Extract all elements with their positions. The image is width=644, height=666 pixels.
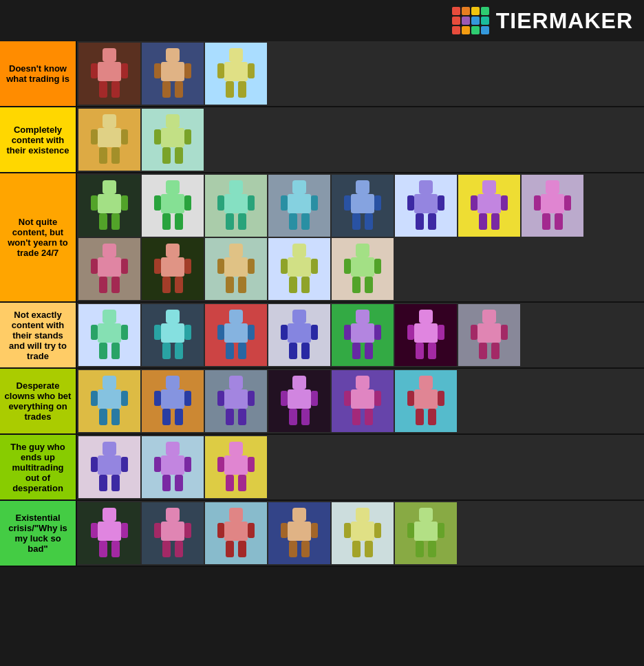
svg-rect-35	[111, 213, 120, 230]
svg-rect-34	[99, 213, 107, 230]
logo-dot	[452, 26, 460, 34]
tier-label-3: Not exactly content with their stands an…	[0, 303, 77, 367]
svg-rect-92	[217, 259, 224, 274]
svg-rect-22	[99, 147, 107, 164]
svg-rect-208	[99, 541, 107, 557]
tier-image-4-3	[268, 370, 330, 432]
svg-rect-154	[99, 409, 107, 425]
svg-rect-49	[288, 194, 311, 213]
svg-rect-137	[365, 343, 373, 359]
svg-rect-95	[238, 277, 246, 293]
svg-rect-70	[479, 213, 487, 230]
logo-dot	[462, 7, 470, 15]
tier-content-2	[77, 173, 644, 301]
svg-rect-170	[281, 391, 288, 406]
tier-content-6	[77, 501, 644, 566]
logo-dot	[471, 17, 480, 25]
tier-content-0	[77, 41, 644, 106]
svg-rect-228	[356, 508, 369, 522]
svg-rect-94	[226, 277, 234, 293]
svg-rect-203	[238, 475, 246, 491]
svg-rect-183	[438, 391, 444, 406]
svg-rect-131	[301, 343, 310, 359]
svg-rect-86	[154, 259, 161, 274]
svg-rect-71	[491, 213, 500, 230]
svg-rect-143	[428, 343, 436, 359]
svg-rect-133	[351, 323, 374, 343]
svg-rect-126	[292, 310, 306, 323]
svg-rect-54	[356, 180, 369, 194]
svg-rect-130	[289, 343, 297, 359]
svg-rect-129	[311, 325, 318, 340]
tier-image-2-10	[205, 238, 267, 300]
svg-rect-102	[356, 244, 369, 257]
svg-rect-168	[292, 376, 306, 389]
tier-image-2-2	[205, 175, 267, 237]
svg-rect-218	[217, 523, 224, 538]
svg-rect-97	[288, 257, 311, 277]
svg-rect-5	[111, 81, 120, 98]
svg-rect-100	[289, 277, 297, 293]
svg-rect-112	[99, 343, 107, 359]
svg-rect-232	[352, 541, 361, 557]
svg-rect-173	[301, 409, 310, 425]
svg-rect-15	[248, 63, 255, 78]
header: TiERMAKER	[0, 0, 644, 41]
tier-image-2-7	[522, 175, 583, 237]
tier-image-2-4	[332, 175, 394, 237]
svg-rect-79	[98, 257, 121, 277]
svg-rect-132	[356, 310, 369, 323]
tier-image-2-11	[268, 238, 330, 300]
svg-rect-55	[351, 194, 374, 213]
svg-rect-3	[121, 63, 128, 78]
tier-label-1: Completely content with their existence	[0, 107, 77, 172]
svg-rect-225	[311, 523, 318, 538]
tier-row-5: The guy who ends up multitrading out of …	[0, 435, 644, 501]
svg-rect-117	[184, 325, 191, 340]
svg-rect-61	[414, 194, 438, 213]
svg-rect-239	[428, 541, 436, 557]
svg-rect-91	[224, 257, 248, 277]
svg-rect-29	[175, 147, 183, 164]
svg-rect-189	[121, 457, 128, 472]
svg-rect-135	[374, 325, 381, 340]
tier-image-2-6	[458, 175, 520, 237]
tier-image-3-5	[395, 304, 457, 366]
svg-rect-156	[166, 376, 180, 389]
tier-container: Doesn't know what trading is Completely …	[0, 41, 644, 567]
svg-rect-138	[419, 310, 433, 323]
svg-rect-17	[238, 81, 246, 98]
svg-rect-109	[98, 323, 121, 343]
svg-rect-18	[103, 114, 116, 128]
svg-rect-120	[229, 310, 243, 323]
svg-rect-6	[166, 48, 180, 62]
svg-rect-124	[226, 343, 234, 359]
svg-rect-52	[289, 213, 297, 230]
svg-rect-65	[428, 213, 436, 230]
tier-content-3	[77, 303, 644, 367]
tier-content-1	[77, 107, 644, 172]
logo-text: TiERMAKER	[496, 8, 633, 34]
tier-image-3-3	[268, 304, 330, 366]
tier-image-4-1	[142, 370, 204, 432]
svg-rect-27	[184, 129, 191, 144]
logo-grid	[452, 7, 489, 34]
svg-rect-67	[477, 194, 501, 213]
svg-rect-150	[103, 376, 116, 389]
tier-label-0: Doesn't know what trading is	[0, 41, 77, 106]
svg-rect-83	[111, 277, 120, 293]
svg-rect-116	[154, 325, 161, 340]
svg-rect-101	[301, 277, 310, 293]
svg-rect-229	[351, 522, 374, 541]
svg-rect-78	[103, 244, 116, 257]
svg-rect-96	[292, 244, 306, 257]
tier-image-1-1	[142, 109, 204, 171]
svg-rect-139	[414, 323, 438, 343]
svg-rect-105	[374, 259, 381, 274]
svg-rect-108	[103, 310, 116, 323]
svg-rect-160	[162, 409, 171, 425]
svg-rect-200	[217, 457, 224, 472]
svg-rect-44	[217, 195, 224, 211]
tier-label-2: Not quite content, but won't yearn to tr…	[0, 173, 77, 301]
svg-rect-163	[224, 389, 248, 409]
